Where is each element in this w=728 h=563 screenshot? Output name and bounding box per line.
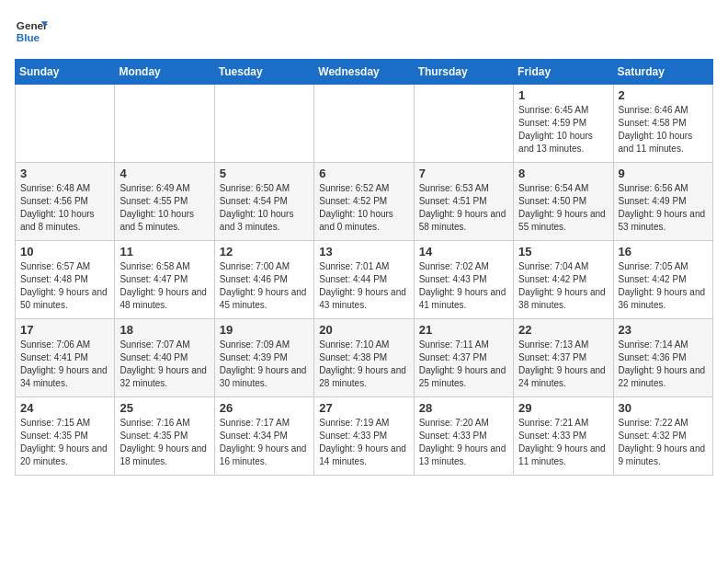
cell-details: Sunrise: 7:13 AM Sunset: 4:37 PM Dayligh… <box>518 339 608 390</box>
cell-details: Sunrise: 7:15 AM Sunset: 4:35 PM Dayligh… <box>20 417 109 468</box>
day-number: 17 <box>20 323 109 337</box>
cell-details: Sunrise: 7:06 AM Sunset: 4:41 PM Dayligh… <box>20 339 109 390</box>
day-number: 12 <box>220 245 309 259</box>
weekday-header-wednesday: Wednesday <box>314 60 414 85</box>
week-row-5: 24Sunrise: 7:15 AM Sunset: 4:35 PM Dayli… <box>16 397 713 476</box>
day-number: 29 <box>518 401 608 415</box>
cell-details: Sunrise: 7:00 AM Sunset: 4:46 PM Dayligh… <box>220 260 309 312</box>
cell-details: Sunrise: 6:45 AM Sunset: 4:59 PM Dayligh… <box>518 104 608 155</box>
week-row-1: 1Sunrise: 6:45 AM Sunset: 4:59 PM Daylig… <box>16 85 713 163</box>
weekday-header-tuesday: Tuesday <box>214 60 313 85</box>
cell-details: Sunrise: 7:14 AM Sunset: 4:36 PM Dayligh… <box>619 339 708 390</box>
day-number: 28 <box>419 401 508 415</box>
calendar-cell: 1Sunrise: 6:45 AM Sunset: 4:59 PM Daylig… <box>514 85 613 163</box>
calendar-cell: 29Sunrise: 7:21 AM Sunset: 4:33 PM Dayli… <box>514 397 613 476</box>
day-number: 10 <box>20 245 109 259</box>
day-number: 1 <box>518 88 608 102</box>
calendar-cell: 24Sunrise: 7:15 AM Sunset: 4:35 PM Dayli… <box>16 397 115 476</box>
calendar-cell: 6Sunrise: 6:52 AM Sunset: 4:52 PM Daylig… <box>314 163 414 241</box>
calendar-cell: 7Sunrise: 6:53 AM Sunset: 4:51 PM Daylig… <box>414 163 513 241</box>
weekday-header-sunday: Sunday <box>16 60 115 85</box>
calendar-cell: 18Sunrise: 7:07 AM Sunset: 4:40 PM Dayli… <box>115 319 214 397</box>
calendar-cell: 28Sunrise: 7:20 AM Sunset: 4:33 PM Dayli… <box>414 397 513 476</box>
day-number: 2 <box>619 88 708 102</box>
calendar-cell: 14Sunrise: 7:02 AM Sunset: 4:43 PM Dayli… <box>414 241 513 319</box>
cell-details: Sunrise: 6:49 AM Sunset: 4:55 PM Dayligh… <box>119 182 209 234</box>
cell-details: Sunrise: 6:50 AM Sunset: 4:54 PM Dayligh… <box>220 182 309 234</box>
cell-details: Sunrise: 6:58 AM Sunset: 4:47 PM Dayligh… <box>119 260 209 312</box>
cell-details: Sunrise: 6:56 AM Sunset: 4:49 PM Dayligh… <box>619 182 708 234</box>
day-number: 13 <box>319 245 408 259</box>
cell-details: Sunrise: 7:10 AM Sunset: 4:38 PM Dayligh… <box>319 339 408 390</box>
calendar-cell <box>214 85 313 163</box>
cell-details: Sunrise: 7:19 AM Sunset: 4:33 PM Dayligh… <box>319 417 408 468</box>
cell-details: Sunrise: 7:09 AM Sunset: 4:39 PM Dayligh… <box>220 339 309 390</box>
calendar-cell: 13Sunrise: 7:01 AM Sunset: 4:44 PM Dayli… <box>314 241 414 319</box>
calendar-cell: 2Sunrise: 6:46 AM Sunset: 4:58 PM Daylig… <box>613 85 712 163</box>
day-number: 4 <box>119 167 209 180</box>
page-header: General Blue <box>15 15 713 48</box>
calendar-table: SundayMondayTuesdayWednesdayThursdayFrid… <box>15 59 713 476</box>
day-number: 7 <box>419 167 508 180</box>
day-number: 26 <box>220 401 309 415</box>
calendar-cell: 20Sunrise: 7:10 AM Sunset: 4:38 PM Dayli… <box>314 319 414 397</box>
calendar-cell: 30Sunrise: 7:22 AM Sunset: 4:32 PM Dayli… <box>613 397 712 476</box>
day-number: 20 <box>319 323 408 337</box>
week-row-2: 3Sunrise: 6:48 AM Sunset: 4:56 PM Daylig… <box>16 163 713 241</box>
calendar-cell: 12Sunrise: 7:00 AM Sunset: 4:46 PM Dayli… <box>214 241 313 319</box>
weekday-header-friday: Friday <box>514 60 613 85</box>
calendar-cell <box>16 85 115 163</box>
day-number: 8 <box>518 167 608 180</box>
calendar-cell: 8Sunrise: 6:54 AM Sunset: 4:50 PM Daylig… <box>514 163 613 241</box>
calendar-cell: 10Sunrise: 6:57 AM Sunset: 4:48 PM Dayli… <box>16 241 115 319</box>
day-number: 15 <box>518 245 608 259</box>
cell-details: Sunrise: 7:07 AM Sunset: 4:40 PM Dayligh… <box>119 339 209 390</box>
day-number: 5 <box>220 167 309 180</box>
day-number: 22 <box>518 323 608 337</box>
cell-details: Sunrise: 6:46 AM Sunset: 4:58 PM Dayligh… <box>619 104 708 155</box>
week-row-4: 17Sunrise: 7:06 AM Sunset: 4:41 PM Dayli… <box>16 319 713 397</box>
svg-text:Blue: Blue <box>17 31 40 43</box>
cell-details: Sunrise: 7:17 AM Sunset: 4:34 PM Dayligh… <box>220 417 309 468</box>
calendar-cell <box>414 85 513 163</box>
calendar-cell: 26Sunrise: 7:17 AM Sunset: 4:34 PM Dayli… <box>214 397 313 476</box>
day-number: 23 <box>619 323 708 337</box>
cell-details: Sunrise: 6:57 AM Sunset: 4:48 PM Dayligh… <box>20 260 109 312</box>
calendar-cell <box>115 85 214 163</box>
cell-details: Sunrise: 7:20 AM Sunset: 4:33 PM Dayligh… <box>419 417 508 468</box>
weekday-header-thursday: Thursday <box>414 60 513 85</box>
logo-icon: General Blue <box>15 15 48 48</box>
day-number: 11 <box>119 245 209 259</box>
day-number: 9 <box>619 167 708 180</box>
weekday-header-row: SundayMondayTuesdayWednesdayThursdayFrid… <box>16 60 713 85</box>
day-number: 18 <box>119 323 209 337</box>
day-number: 14 <box>419 245 508 259</box>
calendar-cell: 19Sunrise: 7:09 AM Sunset: 4:39 PM Dayli… <box>214 319 313 397</box>
cell-details: Sunrise: 6:53 AM Sunset: 4:51 PM Dayligh… <box>419 182 508 234</box>
weekday-header-saturday: Saturday <box>613 60 712 85</box>
calendar-cell: 23Sunrise: 7:14 AM Sunset: 4:36 PM Dayli… <box>613 319 712 397</box>
calendar-cell: 11Sunrise: 6:58 AM Sunset: 4:47 PM Dayli… <box>115 241 214 319</box>
weekday-header-monday: Monday <box>115 60 214 85</box>
calendar-cell <box>314 85 414 163</box>
cell-details: Sunrise: 7:01 AM Sunset: 4:44 PM Dayligh… <box>319 260 408 312</box>
calendar-cell: 15Sunrise: 7:04 AM Sunset: 4:42 PM Dayli… <box>514 241 613 319</box>
cell-details: Sunrise: 6:48 AM Sunset: 4:56 PM Dayligh… <box>20 182 109 234</box>
calendar-cell: 3Sunrise: 6:48 AM Sunset: 4:56 PM Daylig… <box>16 163 115 241</box>
calendar-cell: 9Sunrise: 6:56 AM Sunset: 4:49 PM Daylig… <box>613 163 712 241</box>
cell-details: Sunrise: 7:22 AM Sunset: 4:32 PM Dayligh… <box>619 417 708 468</box>
week-row-3: 10Sunrise: 6:57 AM Sunset: 4:48 PM Dayli… <box>16 241 713 319</box>
calendar-cell: 27Sunrise: 7:19 AM Sunset: 4:33 PM Dayli… <box>314 397 414 476</box>
cell-details: Sunrise: 7:02 AM Sunset: 4:43 PM Dayligh… <box>419 260 508 312</box>
cell-details: Sunrise: 6:54 AM Sunset: 4:50 PM Dayligh… <box>518 182 608 234</box>
cell-details: Sunrise: 6:52 AM Sunset: 4:52 PM Dayligh… <box>319 182 408 234</box>
day-number: 16 <box>619 245 708 259</box>
day-number: 3 <box>20 167 109 180</box>
cell-details: Sunrise: 7:21 AM Sunset: 4:33 PM Dayligh… <box>518 417 608 468</box>
calendar-cell: 4Sunrise: 6:49 AM Sunset: 4:55 PM Daylig… <box>115 163 214 241</box>
calendar-cell: 5Sunrise: 6:50 AM Sunset: 4:54 PM Daylig… <box>214 163 313 241</box>
cell-details: Sunrise: 7:05 AM Sunset: 4:42 PM Dayligh… <box>619 260 708 312</box>
day-number: 24 <box>20 401 109 415</box>
cell-details: Sunrise: 7:16 AM Sunset: 4:35 PM Dayligh… <box>119 417 209 468</box>
cell-details: Sunrise: 7:04 AM Sunset: 4:42 PM Dayligh… <box>518 260 608 312</box>
